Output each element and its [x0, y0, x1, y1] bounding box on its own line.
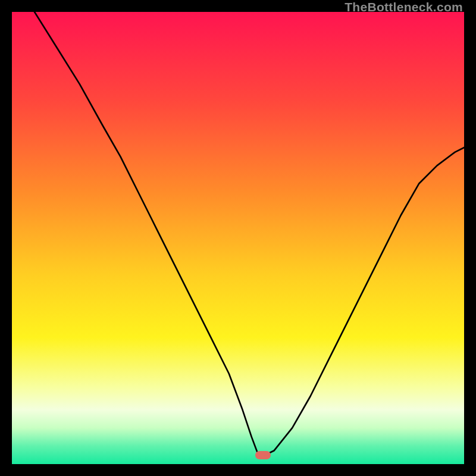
chart-stage: TheBottleneck.com — [0, 0, 476, 476]
curve-layer — [12, 12, 464, 464]
bottleneck-curve — [35, 12, 464, 455]
plot-area — [12, 12, 464, 464]
optimum-marker — [255, 451, 271, 459]
